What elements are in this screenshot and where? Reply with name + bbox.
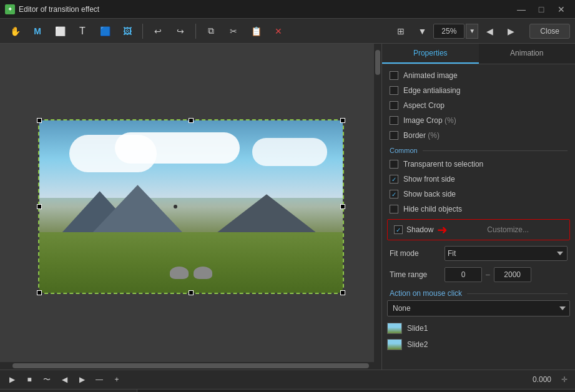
toolbar-delete[interactable]: ✕ (268, 22, 288, 41)
zoom-input[interactable]: 25% (433, 24, 464, 39)
fit-mode-select[interactable]: Fit Fill Stretch None (445, 246, 568, 261)
zoom-control: ⊞ ▼ 25% ▼ ◀ ▶ Close (391, 22, 570, 41)
slide-name-2: Slide2 (407, 340, 428, 349)
timeline-labels: Slide1 (0, 390, 137, 392)
handle-top-left[interactable] (37, 118, 42, 123)
timeline-tracks[interactable]: 0.000 2.000 (137, 390, 575, 392)
checkbox-border[interactable] (390, 131, 398, 140)
action-label-text: Action on mouse click (390, 289, 462, 298)
action-select-wrap: None (382, 300, 575, 320)
toolbar-separator-1 (142, 24, 143, 39)
prop-hide-child: Hide child objects (382, 202, 575, 217)
time-end-input[interactable]: 2000 (494, 267, 531, 282)
nav-left-button[interactable]: ◀ (479, 22, 499, 41)
label-transparent: Transparent to selection (403, 160, 483, 169)
slide-item-2[interactable]: Slide2 (382, 336, 575, 353)
checkbox-back-side[interactable] (390, 190, 398, 198)
handle-bottom-right[interactable] (340, 290, 345, 295)
prop-animated: Animated image (382, 68, 575, 83)
toolbar-shape-tool[interactable]: 🟦 (95, 22, 115, 41)
canvas-image (39, 120, 343, 293)
checkbox-transparent[interactable] (390, 160, 398, 169)
nav-right-button[interactable]: ▶ (501, 22, 521, 41)
stop-button[interactable]: ■ (21, 373, 37, 386)
slide-thumb-1 (387, 323, 402, 334)
minimize-button[interactable]: — (513, 3, 530, 16)
handle-bottom-left[interactable] (37, 290, 42, 295)
canvas-hscroll[interactable] (0, 362, 381, 370)
toolbar-text-tool[interactable]: T (72, 22, 92, 41)
zoom-dropdown-button[interactable]: ▼ (466, 24, 478, 39)
toolbar-image-tool[interactable]: 🖼 (117, 22, 137, 41)
handle-top-right[interactable] (340, 118, 345, 123)
tab-animation[interactable]: Animation (479, 44, 576, 64)
maximize-button[interactable]: □ (533, 3, 550, 16)
grass-layer (39, 232, 343, 293)
toolbar-paste[interactable]: 📋 (246, 22, 266, 41)
add-button[interactable]: + (109, 373, 125, 386)
label-image-crop: Image Crop (%) (403, 116, 456, 125)
view-menu-button[interactable]: ▼ (412, 22, 432, 41)
checkbox-aspect-crop[interactable] (390, 101, 398, 110)
toolbar-undo[interactable]: ↩ (148, 22, 168, 41)
shadow-row: Shadow ➜ Customize... (387, 219, 570, 240)
right-panel: Properties Animation Animated image Edge… (381, 44, 575, 370)
minus-button[interactable]: — (91, 373, 107, 386)
toolbar-hand-tool[interactable]: ✋ (5, 22, 25, 41)
canvas-vscroll[interactable] (374, 44, 381, 362)
canvas-hscroll-thumb[interactable] (12, 363, 369, 368)
handle-bottom-mid[interactable] (189, 290, 194, 295)
time-range-inputs: 0 – 2000 (445, 267, 531, 282)
timeline-toolbar: ▶ ■ 〜 ◀ ▶ — + 0.000 ✛ (0, 370, 575, 390)
action-select[interactable]: None (387, 300, 570, 316)
red-arrow-icon: ➜ (437, 222, 448, 237)
play-button[interactable]: ▶ (4, 373, 20, 386)
toolbar-select-tool[interactable]: ⬜ (50, 22, 70, 41)
action-line (467, 293, 568, 294)
rock-2 (194, 267, 212, 279)
checkbox-shadow[interactable] (394, 225, 403, 234)
toolbar-cut[interactable]: ✂ (224, 22, 243, 41)
close-editor-button[interactable]: Close (529, 24, 570, 39)
common-label: Common (390, 147, 418, 154)
wave-button[interactable]: 〜 (39, 373, 55, 386)
checkbox-animated[interactable] (390, 71, 398, 80)
common-section-header: Common (382, 143, 575, 157)
label-border: Border (%) (403, 131, 440, 140)
canvas-area[interactable] (0, 44, 381, 370)
timeline-label-row-1: Slide1 (0, 390, 137, 392)
checkbox-front-side[interactable] (390, 175, 398, 184)
handle-top-mid[interactable] (189, 118, 194, 123)
prop-antialiasing: Edge antialiasing (382, 83, 575, 98)
toolbar-move-tool[interactable]: M (27, 22, 47, 41)
time-dash: – (486, 270, 490, 279)
timeline-content: Slide1 0.000 2.000 (0, 390, 575, 392)
customize-label[interactable]: Customize... (451, 225, 564, 234)
rocks-layer (170, 267, 212, 279)
checkbox-antialiasing[interactable] (390, 86, 398, 95)
toolbar-separator-2 (195, 24, 196, 39)
section-line (423, 150, 568, 151)
shadow-label: Shadow (406, 225, 433, 234)
canvas-vscroll-thumb[interactable] (375, 50, 380, 75)
checkbox-hide-child[interactable] (390, 205, 398, 213)
view-grid-button[interactable]: ⊞ (391, 22, 411, 41)
toolbar-copy[interactable]: ⧉ (201, 22, 221, 41)
handle-mid-left[interactable] (37, 204, 42, 209)
tab-properties[interactable]: Properties (382, 44, 479, 64)
panel-tabs: Properties Animation (382, 44, 575, 64)
close-window-button[interactable]: ✕ (553, 3, 570, 16)
prev-button[interactable]: ◀ (56, 373, 72, 386)
center-handle[interactable] (174, 205, 177, 208)
toolbar-redo[interactable]: ↪ (170, 22, 190, 41)
cloud-2 (115, 132, 240, 164)
slide-thumb-2 (387, 339, 402, 350)
cloud-3 (252, 138, 327, 166)
handle-mid-right[interactable] (340, 204, 345, 209)
fit-mode-label: Fit mode (390, 249, 440, 258)
checkbox-image-crop[interactable] (390, 116, 398, 125)
time-start-input[interactable]: 0 (445, 267, 482, 282)
label-front-side: Show front side (403, 175, 455, 184)
next-frame-button[interactable]: ▶ (74, 373, 90, 386)
slide-item-1[interactable]: Slide1 (382, 320, 575, 336)
